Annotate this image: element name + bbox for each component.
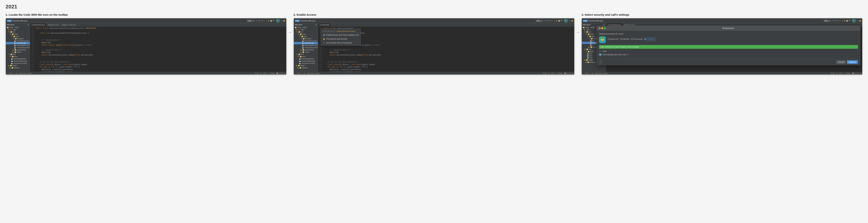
pref-logo-row: 🤝 Read-only Edit files bbox=[599, 36, 858, 43]
close-btn-red[interactable] bbox=[599, 27, 600, 29]
ide-statusbar-2: ✓ TODO ⑂ Git ⊞ Terminal ▶ Run 39:34 LF U… bbox=[294, 72, 574, 75]
line-col-1: 39:34 bbox=[255, 73, 258, 74]
tree-monitored-2[interactable]: ☕MonitoredFunction bbox=[294, 60, 318, 62]
tree-functest-1[interactable]: ☕FunctionUtilsTest bbox=[6, 58, 30, 60]
radio-custom[interactable]: Custom bbox=[644, 38, 655, 40]
terminal-1[interactable]: ⊞ Terminal bbox=[19, 73, 27, 74]
main-btn-1[interactable]: Main bbox=[247, 20, 252, 22]
close-btn-yellow[interactable] bbox=[601, 27, 603, 29]
link-icon: 🔗 bbox=[323, 34, 325, 36]
label-section: ▼ Label bbox=[599, 50, 858, 52]
terminal-2[interactable]: ⊞ Terminal bbox=[307, 73, 314, 74]
tree-functionutils-1[interactable]: ☕FunctionUtils bbox=[6, 42, 30, 44]
main-btn-2[interactable]: Main bbox=[536, 20, 541, 22]
tree-src-2[interactable]: ▼📁src bbox=[294, 31, 318, 33]
tree-test-1[interactable]: ▼📁test bbox=[6, 53, 30, 55]
phone-icon: 📞 bbox=[629, 54, 631, 55]
tree-target-1[interactable]: ▶📁target bbox=[6, 64, 30, 67]
tree-solver-1[interactable]: ▶📁solver bbox=[6, 51, 30, 53]
pref-label: Default permissions for users: bbox=[599, 33, 858, 35]
run-status-1[interactable]: ▶ Run bbox=[28, 73, 32, 74]
eventlog-1: 🔔 Event Log bbox=[276, 73, 285, 74]
join-ide-item[interactable]: ➕ Join Another IDE as Participant bbox=[321, 41, 361, 45]
step-3: 3. Select security and call's settings m… bbox=[582, 13, 862, 75]
cwm-button-3[interactable]: 👤 bbox=[852, 19, 856, 23]
tab-functionutils-1[interactable]: FunctionUtils.java bbox=[30, 23, 46, 26]
git-label-1: Git: bbox=[261, 20, 264, 22]
titlebar-file-2: FunctionUtils.java bbox=[301, 20, 315, 22]
cancel-button[interactable]: Cancel bbox=[836, 60, 846, 64]
tree-classes-2[interactable]: ▶📁classes bbox=[294, 67, 318, 69]
run-status-2[interactable]: ▶ Run bbox=[316, 73, 320, 74]
step-3-title: 3. Select security and call's settings bbox=[582, 13, 862, 16]
voice-call-label: Automatically start voice call bbox=[602, 54, 626, 56]
tab-functionutils-2[interactable]: FunctionUtils bbox=[318, 23, 331, 26]
tree-bivariate-1[interactable]: ☕BivariateFunction bbox=[6, 40, 30, 42]
voice-call-checkbox[interactable]: ✓ bbox=[599, 53, 601, 56]
titlebar-file-1: FunctionUtils.java bbox=[13, 20, 27, 22]
tree-trivariate-2[interactable]: ☕TrivariateFunction bbox=[294, 47, 318, 49]
tree-java-test-2[interactable]: ▼📁java bbox=[294, 55, 318, 58]
tree-classes-1[interactable]: ▶📁classes bbox=[6, 67, 30, 69]
tree-functionutils-2[interactable]: ☕FunctionUtils bbox=[294, 42, 318, 44]
tree-test-2[interactable]: ▼📁test bbox=[294, 53, 318, 55]
tree-multivariate-1[interactable]: ☕MultivariateFunction bbox=[6, 44, 30, 47]
ide-window-2: math FunctionUtils.java Main ▶ 🔨 ⏹ Git: … bbox=[293, 18, 575, 75]
year-heading: 2021 bbox=[6, 4, 862, 10]
sidebar-title-1: Project bbox=[7, 24, 15, 26]
tree-sumsync-2[interactable]: ☕SumSyncFunction bbox=[294, 62, 318, 64]
tree-main-2[interactable]: ▼📁main bbox=[294, 33, 318, 35]
tree-solver-2[interactable]: ▶📁solver bbox=[294, 51, 318, 53]
tree-multivariate-2[interactable]: ☕MultivariateFunction bbox=[294, 44, 318, 47]
help-button[interactable]: ? bbox=[599, 61, 602, 64]
tree-idea-1[interactable]: ▶💼.idea bbox=[6, 29, 30, 31]
tree-trivariate-1[interactable]: ☕TrivariateFunction bbox=[6, 47, 30, 49]
tree-sumsync-1[interactable]: ☕SumSyncFunction bbox=[6, 62, 30, 64]
dropdown-header: Code with Me ⚠ Code with Me No Access bbox=[321, 29, 361, 33]
dialog-title: Preferences bbox=[722, 27, 734, 29]
ide-statusbar-3: ✓ TODO ⑂ Git ⊞ Terminal ▶ Run 39:34 LF U… bbox=[582, 72, 862, 75]
tree-analysis-1[interactable]: ▼📁analysis bbox=[6, 37, 30, 40]
math-badge-2: math bbox=[295, 20, 300, 22]
tree-target-2[interactable]: ▶📁target bbox=[294, 64, 318, 67]
cwm-button-1[interactable]: 👤 bbox=[276, 19, 280, 23]
enable-access-item[interactable]: 🔗 Enable Access and Copy Invitation Link bbox=[321, 33, 361, 37]
tree-analysis-2[interactable]: ▼📁analysis bbox=[294, 37, 318, 40]
tab-adapterscript-1[interactable]: adapter_script.svg bbox=[60, 23, 77, 26]
tree-polynomials-1[interactable]: ▶📁polynomials bbox=[6, 49, 30, 51]
tree-idea-2[interactable]: ▶💼.idea bbox=[294, 29, 318, 31]
footer-buttons: Cancel Adaptive bbox=[836, 60, 858, 64]
ide-titlebar-2: math FunctionUtils.java Main ▶ 🔨 ⏹ Git: … bbox=[294, 18, 574, 23]
tree-math-1[interactable]: 📁math - /math bbox=[6, 26, 30, 29]
cwm-dropdown: Code with Me ⚠ Code with Me No Access 🔗 … bbox=[321, 29, 361, 46]
terminal-3[interactable]: ⊞ Terminal bbox=[595, 73, 602, 74]
run-status-3[interactable]: ▶ Run bbox=[604, 73, 608, 74]
cwm-button-2[interactable]: 👤 bbox=[564, 19, 568, 23]
radio-editfiles[interactable]: Edit files bbox=[620, 38, 630, 40]
step-1: 1. Locate the Code With Me icon on the t… bbox=[6, 13, 286, 75]
tab-addhover-1[interactable]: add-hover.svg bbox=[46, 23, 60, 26]
ide-statusbar-1: ✓ TODO ⑂ Git ⊞ Terminal ▶ Run 39:34 LF U… bbox=[6, 72, 286, 75]
cwm-logo: 🤝 bbox=[599, 36, 606, 43]
tree-bivariate-2[interactable]: ☕BivariateFunction bbox=[294, 40, 318, 42]
tree-monitored-1[interactable]: ☕MonitoredFunction bbox=[6, 60, 30, 62]
tree-functest-2[interactable]: ☕FunctionUtilsTest bbox=[294, 58, 318, 60]
git-status-1: ⑂ Git bbox=[14, 73, 18, 74]
ide-editor-1: FunctionUtils.java add-hover.svg adapter… bbox=[30, 23, 286, 72]
tree-java-2[interactable]: ▼📁java bbox=[294, 35, 318, 37]
tree-java-test-1[interactable]: ▼📁java bbox=[6, 55, 30, 58]
tree-polynomials-2[interactable]: ▶📁polynomials bbox=[294, 49, 318, 51]
adaptive-button[interactable]: Adaptive bbox=[847, 60, 858, 64]
close-btn-green[interactable] bbox=[604, 27, 606, 29]
ide-window-1: math FunctionUtils.java Main ▶ 🔨 ⏹ Git: … bbox=[6, 18, 286, 75]
radio-readonly[interactable]: Read-only bbox=[608, 38, 619, 40]
main-btn-3[interactable]: Main bbox=[824, 20, 829, 22]
tree-java-1[interactable]: ▼📁java bbox=[6, 35, 30, 37]
tree-main-1[interactable]: ▼📁main bbox=[6, 33, 30, 35]
permissions-item[interactable]: 🔒 Permissions and Security bbox=[321, 37, 361, 41]
radio-fullaccess[interactable]: Full access bbox=[631, 38, 643, 40]
arrow-2: → bbox=[575, 13, 582, 35]
tree-math-2[interactable]: 📁math - /math bbox=[294, 26, 318, 29]
dialog-body: Default permissions for users: 🤝 Read-on… bbox=[597, 31, 860, 59]
tree-src-1[interactable]: ▼📁src bbox=[6, 31, 30, 33]
